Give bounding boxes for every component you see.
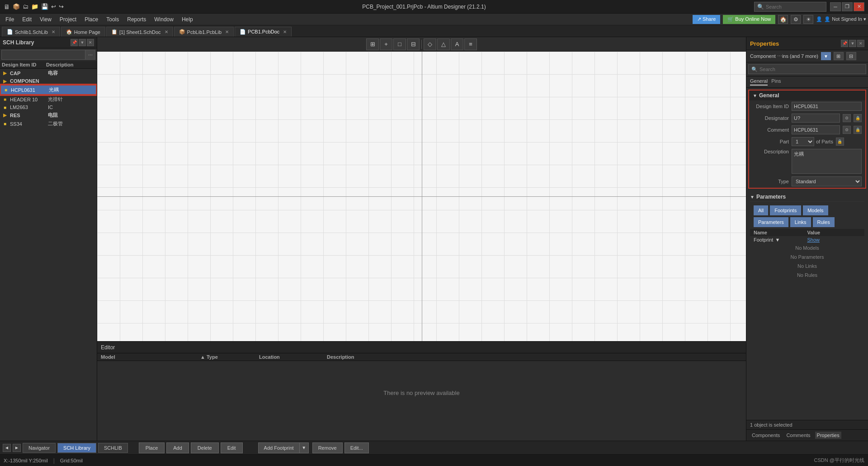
models-button[interactable]: Models <box>803 205 828 215</box>
list-item[interactable]: ■ HEADER 10 光排针 <box>0 95 97 104</box>
list-item[interactable]: ▶ CAP 电容 <box>0 69 97 77</box>
edit-dots-button[interactable]: Edit... <box>344 442 369 453</box>
tab-sheet1-label: [1] Sheet1.SchDoc <box>119 29 161 35</box>
list-item-selected[interactable]: ■ HCPL0631 光耦 <box>0 85 97 95</box>
tab-schlib-close[interactable]: ✕ <box>52 29 55 34</box>
parameters-button[interactable]: Parameters <box>754 217 788 227</box>
no-models-text: No Models <box>750 243 864 252</box>
menu-place[interactable]: Place <box>81 14 102 24</box>
tab-sheet1-close[interactable]: ✕ <box>165 29 168 34</box>
menu-project[interactable]: Project <box>56 14 80 24</box>
menu-tools[interactable]: Tools <box>103 14 123 24</box>
filter-button[interactable]: ⊞ <box>366 38 379 50</box>
tab-pins[interactable]: Pins <box>771 78 781 86</box>
designator-input[interactable] <box>792 114 840 123</box>
footprints-button[interactable]: Footprints <box>770 205 801 215</box>
bottom-tab-schlib[interactable]: SCHLIB <box>98 443 128 453</box>
tab-general[interactable]: General <box>750 78 768 86</box>
description-textarea[interactable]: 光耦 <box>792 149 862 174</box>
item-icon: ■ <box>2 105 8 110</box>
home-icon[interactable]: 🏠 <box>778 15 788 24</box>
theme-icon[interactable]: ☀ <box>803 15 813 24</box>
edit-button[interactable]: Edit <box>221 442 243 453</box>
col-desc: Description <box>327 354 742 360</box>
part-lock-icon[interactable]: 🔒 <box>836 138 844 146</box>
props-close-button[interactable]: ✕ <box>857 40 864 47</box>
cut-button[interactable]: ⊟ <box>407 38 420 50</box>
add-footprint-dropdown[interactable]: ▼ <box>300 442 309 453</box>
comment-gear-icon[interactable]: ⚙ <box>843 126 851 134</box>
panel-pin-button[interactable]: 📌 <box>71 39 78 46</box>
bottom-tab-sch-library[interactable]: SCH Library <box>57 443 96 453</box>
tab-pcbdoc-close[interactable]: ✕ <box>283 29 287 34</box>
tab-sheet1[interactable]: 📋 [1] Sheet1.SchDoc ✕ <box>106 27 173 37</box>
props-menu-button[interactable]: ▼ <box>849 40 856 47</box>
not-signed-in[interactable]: 👤 👤 Not Signed In ▾ <box>816 16 866 22</box>
share-button[interactable]: ↗ Share <box>693 15 720 24</box>
links-button[interactable]: Links <box>790 217 811 227</box>
list-item[interactable]: ■ LM2663 IC <box>0 104 97 111</box>
props-expand-button[interactable]: ⊟ <box>846 52 856 60</box>
props-pin-button[interactable]: 📌 <box>841 40 848 47</box>
designator-gear-icon[interactable]: ⚙ <box>843 114 851 122</box>
buy-online-button[interactable]: 🛒 Buy Online Now <box>723 15 775 24</box>
comment-input[interactable] <box>792 125 840 134</box>
designator-lock-icon[interactable]: 🔒 <box>854 114 862 122</box>
nav-next-button[interactable]: ► <box>13 444 21 452</box>
bottom-tab-comments[interactable]: Comments <box>784 432 812 439</box>
text-button[interactable]: A <box>451 38 463 50</box>
properties-search-input[interactable] <box>760 67 863 72</box>
menu-view[interactable]: View <box>36 14 55 24</box>
title-search-box[interactable]: 🔍 <box>754 2 826 12</box>
menu-reports[interactable]: Reports <box>123 14 150 24</box>
col-design-item-id: Design Item ID <box>2 62 42 67</box>
panel-close-button[interactable]: ✕ <box>87 39 94 46</box>
tab-pcblib[interactable]: 📦 PcbLib1.PcbLib ✕ <box>174 27 234 37</box>
list-item[interactable]: ▶ COMPONEN <box>0 77 97 85</box>
delete-button[interactable]: Delete <box>191 442 219 453</box>
list-item[interactable]: ▶ RES 电阻 <box>0 111 97 119</box>
tab-schlib[interactable]: 📄 Schlib1.SchLib ✕ <box>2 27 60 37</box>
nav-prev-button[interactable]: ◄ <box>3 444 11 452</box>
rect-button[interactable]: □ <box>393 38 406 50</box>
props-copy-button[interactable]: ⊞ <box>834 52 844 60</box>
list-item[interactable]: ■ SS34 二极管 <box>0 119 97 128</box>
triangle-button[interactable]: △ <box>437 38 450 50</box>
tab-pcblib-close[interactable]: ✕ <box>225 29 229 34</box>
diamond-button[interactable]: ◇ <box>424 38 436 50</box>
place-button[interactable]: Place <box>139 442 165 453</box>
editor-panel: Editor Model ▲ Type Location Description… <box>97 341 746 441</box>
general-section-header[interactable]: ▼ General <box>749 90 865 100</box>
close-button[interactable]: ✕ <box>854 2 864 11</box>
settings-icon[interactable]: ⚙ <box>791 15 801 24</box>
menu-help[interactable]: Help <box>178 14 197 24</box>
filter-button[interactable]: ▼ <box>821 52 831 60</box>
tab-homepage[interactable]: 🏠 Home Page <box>61 27 105 37</box>
show-link[interactable]: Show <box>807 237 820 243</box>
comment-lock-icon[interactable]: 🔒 <box>854 126 862 134</box>
library-search-input[interactable] <box>2 52 85 57</box>
panel-menu-button[interactable]: ▼ <box>79 39 86 46</box>
type-select[interactable]: Standard <box>792 176 862 186</box>
lines-button[interactable]: ≡ <box>464 38 477 50</box>
bottom-tab-properties[interactable]: Properties <box>815 432 841 439</box>
menu-edit[interactable]: Edit <box>19 14 35 24</box>
add-button[interactable]: Add <box>166 442 189 453</box>
designator-field: Designator ⚙ 🔒 <box>749 112 865 124</box>
rules-button[interactable]: Rules <box>813 217 835 227</box>
add-button[interactable]: + <box>380 38 392 50</box>
all-button[interactable]: All <box>754 205 768 215</box>
remove-button[interactable]: Remove <box>312 442 343 453</box>
bottom-tab-components[interactable]: Components <box>750 432 782 439</box>
add-footprint-button[interactable]: Add Footprint <box>258 442 300 453</box>
title-search-input[interactable] <box>766 4 820 10</box>
menu-window[interactable]: Window <box>151 14 177 24</box>
restore-button[interactable]: ❐ <box>842 2 853 11</box>
minimize-button[interactable]: ─ <box>830 2 841 11</box>
library-search-button[interactable]: ⋯ <box>85 50 95 59</box>
menu-file[interactable]: File <box>2 14 18 24</box>
bottom-tab-navigator[interactable]: Navigator <box>23 443 56 453</box>
tab-pcbdoc[interactable]: 📄 PCB1.PcbDoc ✕ <box>235 27 292 37</box>
canvas-area[interactable] <box>97 52 746 341</box>
part-select[interactable]: 1 <box>792 137 814 146</box>
